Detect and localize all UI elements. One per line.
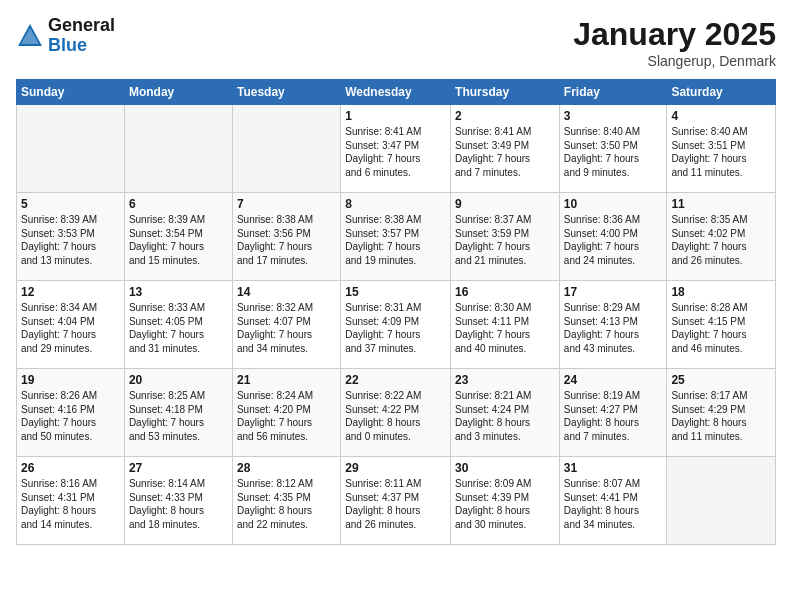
day-info: Sunrise: 8:11 AM Sunset: 4:37 PM Dayligh… <box>345 477 446 531</box>
day-number: 15 <box>345 285 446 299</box>
calendar-week-4: 19Sunrise: 8:26 AM Sunset: 4:16 PM Dayli… <box>17 369 776 457</box>
day-number: 16 <box>455 285 555 299</box>
logo-blue-text: Blue <box>48 36 115 56</box>
day-number: 30 <box>455 461 555 475</box>
day-number: 12 <box>21 285 120 299</box>
day-info: Sunrise: 8:24 AM Sunset: 4:20 PM Dayligh… <box>237 389 336 443</box>
day-number: 5 <box>21 197 120 211</box>
header-saturday: Saturday <box>667 80 776 105</box>
day-number: 7 <box>237 197 336 211</box>
day-info: Sunrise: 8:19 AM Sunset: 4:27 PM Dayligh… <box>564 389 663 443</box>
calendar-cell-3-0: 19Sunrise: 8:26 AM Sunset: 4:16 PM Dayli… <box>17 369 125 457</box>
day-info: Sunrise: 8:30 AM Sunset: 4:11 PM Dayligh… <box>455 301 555 355</box>
calendar-cell-3-5: 24Sunrise: 8:19 AM Sunset: 4:27 PM Dayli… <box>559 369 667 457</box>
day-info: Sunrise: 8:12 AM Sunset: 4:35 PM Dayligh… <box>237 477 336 531</box>
day-number: 23 <box>455 373 555 387</box>
day-number: 14 <box>237 285 336 299</box>
calendar-week-2: 5Sunrise: 8:39 AM Sunset: 3:53 PM Daylig… <box>17 193 776 281</box>
day-number: 22 <box>345 373 446 387</box>
calendar-week-1: 1Sunrise: 8:41 AM Sunset: 3:47 PM Daylig… <box>17 105 776 193</box>
calendar-cell-3-1: 20Sunrise: 8:25 AM Sunset: 4:18 PM Dayli… <box>124 369 232 457</box>
day-number: 29 <box>345 461 446 475</box>
calendar-cell-0-0 <box>17 105 125 193</box>
day-number: 25 <box>671 373 771 387</box>
day-info: Sunrise: 8:41 AM Sunset: 3:47 PM Dayligh… <box>345 125 446 179</box>
day-info: Sunrise: 8:28 AM Sunset: 4:15 PM Dayligh… <box>671 301 771 355</box>
calendar-cell-2-3: 15Sunrise: 8:31 AM Sunset: 4:09 PM Dayli… <box>341 281 451 369</box>
calendar-cell-4-4: 30Sunrise: 8:09 AM Sunset: 4:39 PM Dayli… <box>451 457 560 545</box>
calendar-week-3: 12Sunrise: 8:34 AM Sunset: 4:04 PM Dayli… <box>17 281 776 369</box>
calendar-cell-0-5: 3Sunrise: 8:40 AM Sunset: 3:50 PM Daylig… <box>559 105 667 193</box>
day-number: 24 <box>564 373 663 387</box>
calendar-cell-2-4: 16Sunrise: 8:30 AM Sunset: 4:11 PM Dayli… <box>451 281 560 369</box>
location-subtitle: Slangerup, Denmark <box>573 53 776 69</box>
calendar-cell-0-2 <box>232 105 340 193</box>
calendar-cell-2-5: 17Sunrise: 8:29 AM Sunset: 4:13 PM Dayli… <box>559 281 667 369</box>
day-info: Sunrise: 8:09 AM Sunset: 4:39 PM Dayligh… <box>455 477 555 531</box>
calendar-cell-2-0: 12Sunrise: 8:34 AM Sunset: 4:04 PM Dayli… <box>17 281 125 369</box>
calendar-cell-0-3: 1Sunrise: 8:41 AM Sunset: 3:47 PM Daylig… <box>341 105 451 193</box>
header: General Blue January 2025 Slangerup, Den… <box>16 16 776 69</box>
header-wednesday: Wednesday <box>341 80 451 105</box>
calendar-cell-1-3: 8Sunrise: 8:38 AM Sunset: 3:57 PM Daylig… <box>341 193 451 281</box>
calendar-cell-0-1 <box>124 105 232 193</box>
day-info: Sunrise: 8:33 AM Sunset: 4:05 PM Dayligh… <box>129 301 228 355</box>
day-number: 9 <box>455 197 555 211</box>
header-monday: Monday <box>124 80 232 105</box>
title-block: January 2025 Slangerup, Denmark <box>573 16 776 69</box>
day-number: 26 <box>21 461 120 475</box>
day-number: 13 <box>129 285 228 299</box>
day-info: Sunrise: 8:32 AM Sunset: 4:07 PM Dayligh… <box>237 301 336 355</box>
calendar-cell-4-5: 31Sunrise: 8:07 AM Sunset: 4:41 PM Dayli… <box>559 457 667 545</box>
calendar-week-5: 26Sunrise: 8:16 AM Sunset: 4:31 PM Dayli… <box>17 457 776 545</box>
day-number: 18 <box>671 285 771 299</box>
calendar-cell-1-5: 10Sunrise: 8:36 AM Sunset: 4:00 PM Dayli… <box>559 193 667 281</box>
calendar-cell-0-4: 2Sunrise: 8:41 AM Sunset: 3:49 PM Daylig… <box>451 105 560 193</box>
day-info: Sunrise: 8:41 AM Sunset: 3:49 PM Dayligh… <box>455 125 555 179</box>
day-number: 20 <box>129 373 228 387</box>
logo-general-text: General <box>48 16 115 36</box>
calendar-cell-0-6: 4Sunrise: 8:40 AM Sunset: 3:51 PM Daylig… <box>667 105 776 193</box>
calendar-cell-3-4: 23Sunrise: 8:21 AM Sunset: 4:24 PM Dayli… <box>451 369 560 457</box>
calendar-table: Sunday Monday Tuesday Wednesday Thursday… <box>16 79 776 545</box>
day-number: 8 <box>345 197 446 211</box>
calendar-cell-1-2: 7Sunrise: 8:38 AM Sunset: 3:56 PM Daylig… <box>232 193 340 281</box>
day-info: Sunrise: 8:34 AM Sunset: 4:04 PM Dayligh… <box>21 301 120 355</box>
day-info: Sunrise: 8:38 AM Sunset: 3:56 PM Dayligh… <box>237 213 336 267</box>
calendar-cell-3-2: 21Sunrise: 8:24 AM Sunset: 4:20 PM Dayli… <box>232 369 340 457</box>
day-number: 4 <box>671 109 771 123</box>
day-info: Sunrise: 8:38 AM Sunset: 3:57 PM Dayligh… <box>345 213 446 267</box>
calendar-cell-1-1: 6Sunrise: 8:39 AM Sunset: 3:54 PM Daylig… <box>124 193 232 281</box>
day-number: 31 <box>564 461 663 475</box>
day-info: Sunrise: 8:36 AM Sunset: 4:00 PM Dayligh… <box>564 213 663 267</box>
calendar-cell-1-6: 11Sunrise: 8:35 AM Sunset: 4:02 PM Dayli… <box>667 193 776 281</box>
day-info: Sunrise: 8:39 AM Sunset: 3:53 PM Dayligh… <box>21 213 120 267</box>
header-sunday: Sunday <box>17 80 125 105</box>
day-number: 6 <box>129 197 228 211</box>
day-number: 3 <box>564 109 663 123</box>
day-info: Sunrise: 8:17 AM Sunset: 4:29 PM Dayligh… <box>671 389 771 443</box>
day-number: 1 <box>345 109 446 123</box>
day-number: 27 <box>129 461 228 475</box>
day-info: Sunrise: 8:07 AM Sunset: 4:41 PM Dayligh… <box>564 477 663 531</box>
day-info: Sunrise: 8:35 AM Sunset: 4:02 PM Dayligh… <box>671 213 771 267</box>
calendar-cell-4-1: 27Sunrise: 8:14 AM Sunset: 4:33 PM Dayli… <box>124 457 232 545</box>
day-info: Sunrise: 8:14 AM Sunset: 4:33 PM Dayligh… <box>129 477 228 531</box>
day-number: 10 <box>564 197 663 211</box>
day-info: Sunrise: 8:40 AM Sunset: 3:51 PM Dayligh… <box>671 125 771 179</box>
page-container: General Blue January 2025 Slangerup, Den… <box>0 0 792 612</box>
calendar-cell-4-6 <box>667 457 776 545</box>
calendar-cell-2-2: 14Sunrise: 8:32 AM Sunset: 4:07 PM Dayli… <box>232 281 340 369</box>
logo-text: General Blue <box>48 16 115 56</box>
logo: General Blue <box>16 16 115 56</box>
day-info: Sunrise: 8:16 AM Sunset: 4:31 PM Dayligh… <box>21 477 120 531</box>
day-info: Sunrise: 8:25 AM Sunset: 4:18 PM Dayligh… <box>129 389 228 443</box>
day-number: 11 <box>671 197 771 211</box>
calendar-cell-2-6: 18Sunrise: 8:28 AM Sunset: 4:15 PM Dayli… <box>667 281 776 369</box>
day-info: Sunrise: 8:40 AM Sunset: 3:50 PM Dayligh… <box>564 125 663 179</box>
calendar-cell-4-0: 26Sunrise: 8:16 AM Sunset: 4:31 PM Dayli… <box>17 457 125 545</box>
day-number: 2 <box>455 109 555 123</box>
calendar-cell-4-2: 28Sunrise: 8:12 AM Sunset: 4:35 PM Dayli… <box>232 457 340 545</box>
day-info: Sunrise: 8:22 AM Sunset: 4:22 PM Dayligh… <box>345 389 446 443</box>
day-number: 17 <box>564 285 663 299</box>
